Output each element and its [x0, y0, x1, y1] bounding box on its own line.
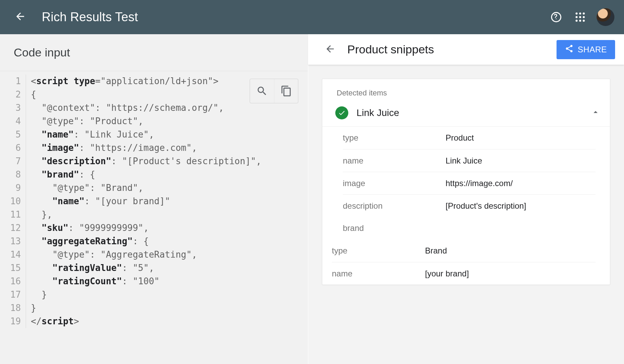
code-line[interactable]: "@context": "https://schema.org/",: [31, 101, 261, 115]
code-editor[interactable]: 12345678910111213141516171819 <script ty…: [0, 71, 308, 364]
results-header: Product snippets SHARE: [308, 34, 624, 65]
line-number: 7: [0, 155, 21, 168]
code-line[interactable]: "ratingCount": "100": [31, 275, 261, 288]
properties-list: typeProductnameLink Juiceimagehttps://im…: [322, 127, 610, 217]
code-line[interactable]: "ratingValue": "5",: [31, 261, 261, 275]
check-circle-icon: [335, 106, 348, 119]
line-number: 5: [0, 128, 21, 141]
svg-point-6: [576, 20, 578, 22]
code-line[interactable]: "@type": "Product",: [31, 115, 261, 128]
code-line[interactable]: </script>: [31, 315, 261, 328]
property-key: type: [343, 133, 446, 143]
line-number: 17: [0, 288, 21, 301]
line-number: 11: [0, 208, 21, 221]
results-pane: Product snippets SHARE Detected items Li…: [308, 34, 624, 364]
line-number: 13: [0, 235, 21, 248]
property-value: [Product's description]: [446, 201, 596, 211]
line-number: 9: [0, 181, 21, 195]
detected-items-card: Detected items Link Juice typeProductnam…: [322, 79, 610, 285]
search-icon[interactable]: [250, 79, 274, 103]
app-header: Rich Results Test: [0, 0, 624, 34]
brand-section-label: brand: [343, 223, 446, 233]
svg-point-5: [583, 16, 585, 18]
svg-point-7: [579, 20, 581, 22]
property-key: name: [332, 269, 425, 278]
results-title: Product snippets: [347, 43, 434, 56]
detected-item-name: Link Juice: [357, 107, 591, 118]
line-number: 4: [0, 115, 21, 128]
code-content[interactable]: <script type="application/ld+json">{ "@c…: [26, 75, 261, 328]
share-button[interactable]: SHARE: [557, 40, 615, 59]
property-value: [your brand]: [425, 269, 596, 278]
code-line[interactable]: {: [31, 88, 261, 101]
property-key: type: [332, 246, 425, 256]
code-line[interactable]: <script type="application/ld+json">: [31, 75, 261, 88]
property-key: description: [343, 201, 446, 211]
brand-section-row: brand: [343, 217, 596, 239]
line-number: 18: [0, 301, 21, 315]
property-row: imagehttps://image.com/: [343, 172, 596, 194]
property-key: image: [343, 179, 446, 188]
help-icon[interactable]: [547, 8, 565, 26]
code-line[interactable]: },: [31, 208, 261, 221]
line-number: 1: [0, 75, 21, 88]
brand-properties-list: typeBrandname[your brand]: [322, 239, 610, 285]
svg-point-1: [579, 13, 581, 15]
svg-point-4: [579, 16, 581, 18]
property-key: name: [343, 156, 446, 166]
line-number: 12: [0, 221, 21, 235]
property-row: nameLink Juice: [343, 149, 596, 172]
property-row: typeProduct: [343, 127, 596, 149]
line-number: 2: [0, 88, 21, 101]
code-line[interactable]: "aggregateRating": {: [31, 235, 261, 248]
svg-point-3: [576, 16, 578, 18]
copy-icon[interactable]: [274, 79, 298, 103]
chevron-up-icon: [591, 107, 600, 118]
back-arrow-icon[interactable]: [14, 11, 26, 24]
svg-point-2: [583, 13, 585, 15]
code-line[interactable]: "sku": "9999999999",: [31, 221, 261, 235]
code-input-pane: Code input 12345678910111213141516171819…: [0, 34, 308, 364]
property-value: Product: [446, 133, 596, 143]
line-number: 3: [0, 101, 21, 115]
results-back-icon[interactable]: [325, 43, 336, 56]
detected-item-row[interactable]: Link Juice: [322, 101, 610, 127]
line-number: 16: [0, 275, 21, 288]
line-number: 10: [0, 195, 21, 208]
property-row: typeBrand: [332, 239, 596, 262]
code-line[interactable]: "image": "https://image.com",: [31, 141, 261, 155]
line-number: 19: [0, 315, 21, 328]
avatar[interactable]: [597, 8, 614, 26]
svg-point-0: [576, 13, 578, 15]
line-number: 6: [0, 141, 21, 155]
code-line[interactable]: "@type": "Brand",: [31, 181, 261, 195]
apps-grid-icon[interactable]: [571, 8, 589, 26]
code-line[interactable]: "@type": "AggregateRating",: [31, 248, 261, 261]
svg-point-8: [583, 20, 585, 22]
property-row: name[your brand]: [332, 262, 596, 285]
share-button-label: SHARE: [578, 45, 607, 54]
code-line[interactable]: "name": "Link Juice",: [31, 128, 261, 141]
property-value: https://image.com/: [446, 179, 596, 188]
line-number-gutter: 12345678910111213141516171819: [0, 75, 26, 328]
line-number: 8: [0, 168, 21, 181]
line-number: 14: [0, 248, 21, 261]
code-line[interactable]: "description": "[Product's description]"…: [31, 155, 261, 168]
app-title: Rich Results Test: [42, 10, 138, 24]
share-icon: [565, 44, 574, 55]
property-value: Brand: [425, 246, 596, 256]
code-line[interactable]: "brand": {: [31, 168, 261, 181]
property-row: description[Product's description]: [343, 194, 596, 217]
code-line[interactable]: }: [31, 301, 261, 315]
detected-items-label: Detected items: [322, 79, 610, 101]
code-toolbar: [250, 79, 298, 103]
code-line[interactable]: "name": "[your brand]": [31, 195, 261, 208]
line-number: 15: [0, 261, 21, 275]
property-value: Link Juice: [446, 156, 596, 166]
code-input-title: Code input: [0, 34, 308, 71]
code-line[interactable]: }: [31, 288, 261, 301]
